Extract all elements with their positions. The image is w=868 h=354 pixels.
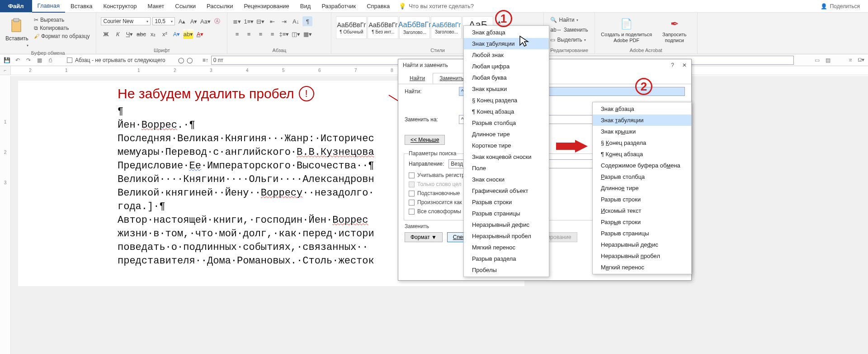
close-icon[interactable]: ✕ (682, 62, 687, 68)
word-forms-check[interactable]: Все словоформы (409, 207, 465, 215)
style-h2[interactable]: АаБбВвГгЗаголово... (431, 16, 462, 39)
qbar-check[interactable] (67, 57, 72, 63)
qbar-btn[interactable]: ▭ (813, 57, 821, 63)
menu-item[interactable]: Знак абзаца (464, 27, 549, 38)
menu-item[interactable]: § Конец раздела (464, 95, 549, 106)
menu-item[interactable]: Знак табуляции (593, 115, 691, 126)
less-button[interactable]: << Меньше (405, 135, 445, 145)
menu-item[interactable]: Разрыв строки (593, 216, 691, 228)
menu-item[interactable]: Разрыв столбца (464, 117, 549, 129)
menu-item[interactable]: Знак табуляции (464, 38, 549, 49)
menu-item[interactable]: Разрыв строки (593, 194, 691, 205)
copy-button[interactable]: ⧉Копировать (32, 24, 92, 32)
share-button[interactable]: 👤 Поделиться (821, 3, 868, 10)
menu-item[interactable]: Разрыв страницы (464, 208, 549, 219)
strike-button[interactable]: abc (136, 29, 146, 39)
menu-item[interactable]: Пробелы (464, 264, 549, 276)
menu-item[interactable]: Мягкий перенос (593, 262, 691, 273)
menu-item[interactable]: Содержимое буфера обмена (593, 160, 691, 171)
borders-button[interactable]: ▦▾ (302, 29, 312, 39)
tab-home[interactable]: Главная (32, 0, 65, 13)
menu-item[interactable]: Неразрывный пробел (593, 250, 691, 262)
symbol-icon[interactable]: Ω▾ (857, 57, 865, 63)
menu-item[interactable]: Любая буква (464, 72, 549, 83)
vertical-ruler[interactable]: 123 (0, 76, 11, 354)
align-center-button[interactable]: ≡ (244, 29, 254, 39)
tell-me[interactable]: 💡 Что вы хотите сделать? (399, 3, 474, 10)
change-case-button[interactable]: Aa▾ (200, 16, 210, 26)
menu-item[interactable]: Короткое тире (464, 140, 549, 151)
request-sign-button[interactable]: ✒ Запросить подписи (656, 16, 693, 45)
italic-button[interactable]: К (113, 29, 123, 39)
menu-item[interactable]: Знак сноски (464, 174, 549, 185)
sounds-like-check[interactable]: Произносится как (409, 198, 465, 206)
increase-indent-button[interactable]: ⇥ (279, 16, 289, 26)
menu-item[interactable]: Знак крышки (593, 126, 691, 137)
align-right-button[interactable]: ≡ (255, 29, 265, 39)
menu-item[interactable]: Разрыв столбца (593, 171, 691, 182)
style-nospace[interactable]: АаБбВвГг¶ Без инт... (368, 16, 398, 39)
paste-button[interactable]: Вставить ▾ (5, 16, 29, 49)
tab-insert[interactable]: Вставка (65, 0, 98, 12)
menu-item[interactable]: ¶ Конец абзаца (464, 106, 549, 117)
menu-item[interactable]: Графический объект (464, 185, 549, 196)
tab-refs[interactable]: Ссылки (170, 0, 201, 12)
bullets-button[interactable]: ≣▾ (232, 16, 242, 26)
match-case-check[interactable]: Учитывать регистр (409, 171, 465, 179)
menu-item[interactable]: Разрыв страницы (593, 228, 691, 239)
bold-button[interactable]: Ж (101, 29, 111, 39)
menu-item[interactable]: Знак крышки (464, 83, 549, 95)
menu-item[interactable]: Длинное тире (464, 129, 549, 140)
help-icon[interactable]: ? (671, 62, 674, 68)
tab-find[interactable]: Найти (403, 73, 432, 84)
tab-view[interactable]: Вид (295, 0, 316, 12)
create-pdf-button[interactable]: 📄 Создать и поделиться Adobe PDF (599, 16, 654, 45)
menu-item[interactable]: Любая цифра (464, 61, 549, 72)
subscript-button[interactable]: x₂ (148, 29, 158, 39)
font-name-combo[interactable]: Courier New▾ (101, 17, 151, 25)
numbering-button[interactable]: 1≡▾ (244, 16, 254, 26)
clear-format-button[interactable]: Ⓐ (212, 16, 222, 26)
tab-review[interactable]: Рецензирование (238, 0, 294, 12)
highlight-button[interactable]: ab▾ (183, 29, 193, 39)
undo-icon[interactable]: ↶ (14, 57, 22, 63)
menu-item[interactable]: Искомый текст (593, 205, 691, 216)
style-normal[interactable]: АаБбВвГг¶ Обычный (336, 16, 367, 39)
style-h1[interactable]: АаБбВвГгЗаголово... (399, 16, 430, 39)
tab-design[interactable]: Конструктор (98, 0, 142, 12)
menu-item[interactable]: Неразрывный пробел (464, 230, 549, 242)
menu-item[interactable]: Длинное тире (593, 182, 691, 194)
tab-mail[interactable]: Рассылки (201, 0, 238, 12)
new-icon[interactable]: ▦ (35, 57, 43, 63)
menu-item[interactable]: Поле (464, 163, 549, 174)
show-marks-button[interactable]: ¶ (302, 16, 312, 26)
justify-button[interactable]: ≡ (267, 29, 277, 39)
tab-developer[interactable]: Разработчик (316, 0, 361, 12)
align-left-button[interactable]: ≡ (232, 29, 242, 39)
menu-item[interactable]: Любой знак (464, 49, 549, 61)
replace-button[interactable]: ab↔Заменить (548, 26, 590, 33)
underline-button[interactable]: Ч▾ (124, 29, 134, 39)
superscript-button[interactable]: x² (160, 29, 170, 39)
select-button[interactable]: ▭Выделить▾ (548, 36, 587, 43)
tab-help[interactable]: Справка (361, 0, 395, 12)
print-icon[interactable]: ⎙ (46, 57, 54, 63)
multilevel-button[interactable]: ⊟▾ (255, 16, 265, 26)
text-effects-button[interactable]: A▾ (171, 29, 181, 39)
menu-item[interactable]: Знак концевой сноски (464, 151, 549, 163)
tab-layout[interactable]: Макет (142, 0, 170, 12)
radio-icon[interactable]: ◯ (178, 57, 184, 63)
line-spacing-button[interactable]: ‡≡▾ (279, 29, 289, 39)
qbar-btn[interactable]: ▤ (824, 57, 832, 63)
wildcards-check[interactable]: Подстановочные (409, 189, 465, 197)
save-icon[interactable]: 💾 (3, 57, 11, 63)
menu-item[interactable]: ¶ Конец абзаца (593, 148, 691, 160)
menu-item[interactable]: Разрыв раздела (464, 253, 549, 264)
whole-word-check[interactable]: Только слово цел (409, 180, 465, 188)
sort-button[interactable]: A↓ (291, 16, 301, 26)
grow-font-button[interactable]: A▴ (177, 16, 187, 26)
format-painter-button[interactable]: 🖌Формат по образцу (32, 33, 92, 40)
equation-icon[interactable]: π (846, 57, 854, 63)
menu-item[interactable]: Разрыв строки (464, 196, 549, 208)
font-size-combo[interactable]: 10,5▾ (152, 17, 175, 25)
